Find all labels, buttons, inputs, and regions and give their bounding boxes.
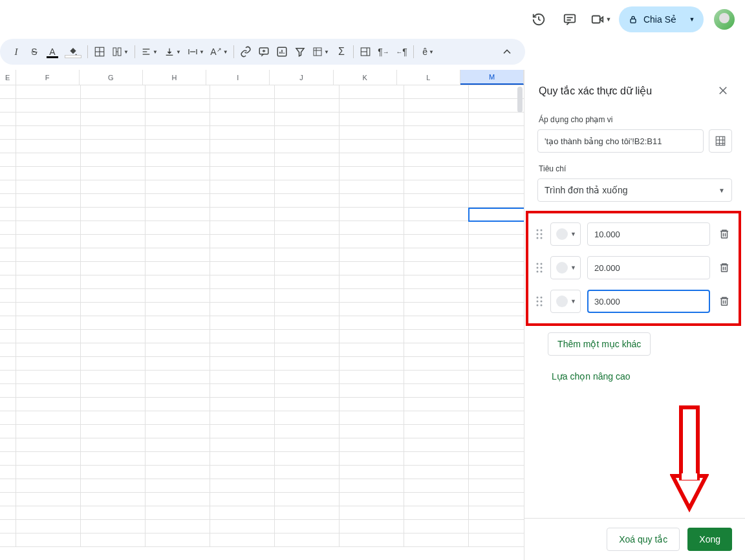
cell[interactable] <box>146 99 210 113</box>
cell[interactable] <box>275 194 340 208</box>
cell[interactable] <box>404 99 469 113</box>
cell[interactable] <box>210 493 275 506</box>
cell[interactable] <box>340 153 404 167</box>
column-header-H[interactable]: H <box>143 70 206 85</box>
filter-button[interactable] <box>292 43 308 60</box>
cell[interactable] <box>340 167 404 180</box>
cell[interactable] <box>81 194 146 208</box>
cell[interactable] <box>275 398 340 411</box>
cell[interactable] <box>81 248 146 262</box>
cell[interactable] <box>0 371 16 384</box>
done-button[interactable]: Xong <box>687 528 732 551</box>
cell[interactable] <box>210 343 275 357</box>
cell[interactable] <box>404 316 469 330</box>
cell[interactable] <box>0 126 16 140</box>
cell[interactable] <box>404 113 469 126</box>
cell[interactable] <box>340 398 404 411</box>
cell[interactable] <box>16 398 81 411</box>
cell[interactable] <box>404 493 469 506</box>
cell[interactable] <box>16 316 81 330</box>
cell[interactable] <box>81 438 146 452</box>
cell[interactable] <box>275 330 340 343</box>
cell[interactable] <box>210 262 275 275</box>
cell[interactable] <box>146 479 210 493</box>
cell[interactable] <box>404 235 469 248</box>
cell[interactable] <box>16 479 81 493</box>
cell[interactable] <box>81 113 146 126</box>
cell[interactable] <box>210 398 275 411</box>
cell[interactable] <box>0 275 16 289</box>
cell[interactable] <box>469 452 524 466</box>
cell[interactable] <box>16 208 81 221</box>
cell[interactable] <box>16 248 81 262</box>
cell[interactable] <box>0 533 16 547</box>
cell[interactable] <box>81 153 146 167</box>
cell[interactable] <box>0 452 16 466</box>
close-icon[interactable] <box>714 81 732 100</box>
cell[interactable] <box>0 506 16 520</box>
cell[interactable] <box>210 371 275 384</box>
strikethrough-button[interactable]: S <box>26 43 43 60</box>
cell[interactable] <box>16 275 81 289</box>
link-button[interactable] <box>237 43 254 60</box>
cell[interactable] <box>469 425 524 438</box>
cell[interactable] <box>469 126 524 140</box>
cell[interactable] <box>275 153 340 167</box>
cell[interactable] <box>146 520 210 533</box>
cell[interactable] <box>275 493 340 506</box>
cell[interactable] <box>0 85 16 99</box>
cell[interactable] <box>16 85 81 99</box>
cell[interactable] <box>210 235 275 248</box>
filter-views-button[interactable]: ▼ <box>310 43 332 60</box>
cell[interactable] <box>469 411 524 425</box>
cell[interactable] <box>404 303 469 316</box>
cell[interactable] <box>0 343 16 357</box>
cell[interactable] <box>146 180 210 194</box>
cell[interactable] <box>0 411 16 425</box>
cell[interactable] <box>469 153 524 167</box>
functions-button[interactable]: Σ <box>333 43 350 60</box>
cell[interactable] <box>340 506 404 520</box>
cell[interactable] <box>340 343 404 357</box>
cell[interactable] <box>146 398 210 411</box>
cell[interactable] <box>146 262 210 275</box>
cell[interactable] <box>210 316 275 330</box>
drag-handle-icon[interactable] <box>535 296 544 307</box>
cell[interactable] <box>0 493 16 506</box>
cell[interactable] <box>275 113 340 126</box>
cell[interactable] <box>81 520 146 533</box>
cell[interactable] <box>16 520 81 533</box>
cell[interactable] <box>404 357 469 371</box>
delete-option-icon[interactable] <box>717 226 732 242</box>
cell[interactable] <box>81 85 146 99</box>
cell[interactable] <box>404 520 469 533</box>
cell[interactable] <box>16 493 81 506</box>
share-button[interactable]: Chia Sẻ <box>628 14 682 25</box>
cell[interactable] <box>146 466 210 479</box>
cell[interactable] <box>16 289 81 303</box>
merge-button[interactable]: ▼ <box>109 43 131 60</box>
scrollbar-thumb[interactable] <box>517 87 523 113</box>
cell[interactable] <box>210 384 275 398</box>
cell[interactable] <box>404 208 469 221</box>
option-color-chip[interactable]: ▼ <box>550 290 581 313</box>
cell[interactable] <box>16 262 81 275</box>
cell[interactable] <box>469 520 524 533</box>
cell[interactable] <box>0 357 16 371</box>
cell[interactable] <box>404 194 469 208</box>
option-color-chip[interactable]: ▼ <box>550 222 581 246</box>
cell[interactable] <box>404 411 469 425</box>
cell[interactable] <box>16 506 81 520</box>
cell[interactable] <box>0 235 16 248</box>
column-header-M[interactable]: M <box>460 70 524 85</box>
cell[interactable] <box>275 248 340 262</box>
cell[interactable] <box>469 479 524 493</box>
cell[interactable] <box>275 262 340 275</box>
cell[interactable] <box>210 221 275 235</box>
cell[interactable] <box>340 425 404 438</box>
cell[interactable] <box>16 533 81 547</box>
grid[interactable] <box>0 85 524 560</box>
avatar[interactable] <box>714 9 735 30</box>
cell[interactable] <box>469 262 524 275</box>
cell[interactable] <box>469 140 524 153</box>
